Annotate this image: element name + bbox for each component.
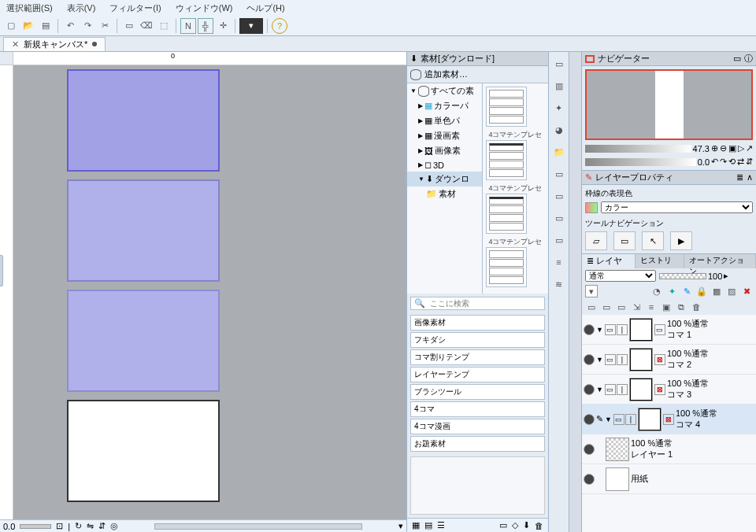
item-bank-icon[interactable]: ▭ [550,231,568,249]
menu-filter[interactable]: フィルター(I) [109,2,161,14]
list-detail-icon[interactable]: ☰ [437,520,445,530]
color-mode-select[interactable]: カラー [601,201,753,213]
info-dock-icon[interactable]: ▭ [550,209,568,227]
material-thumb-3[interactable] [486,194,527,234]
tag-brush-tool[interactable]: ブラシツール [410,384,545,400]
tag-image-material[interactable]: 画像素材 [410,315,545,331]
tag-4koma-manga[interactable]: 4コマ漫画 [410,419,545,434]
brush-size-icon[interactable]: ✦ [550,99,568,116]
layer-row-paper[interactable]: 用紙 [582,464,756,494]
material-prop-icon[interactable]: ◇ [512,520,518,530]
tree-image-material[interactable]: ▶🖼画像素 [407,143,482,158]
new-file-icon[interactable]: ▢ [3,18,19,34]
effect-icon[interactable]: ✖ [740,285,753,297]
visibility-icon[interactable] [584,474,595,485]
navigator-dock-icon[interactable]: ▭ [550,187,568,205]
guides-icon[interactable]: ✛ [215,18,231,34]
tree-color-pattern[interactable]: ▶▦カラーパ [407,98,482,113]
tab-autoaction[interactable]: オートアクション [684,254,756,268]
layer-color-icon[interactable]: ▾ [585,285,598,297]
paste-material-icon[interactable]: ▭ [499,520,507,530]
new-layer-icon[interactable]: ▭ [585,301,598,313]
list-small-icon[interactable]: ▤ [424,520,432,530]
zoom-slider[interactable] [20,524,51,529]
mirror-icon[interactable]: ⇄ [737,157,744,167]
arrow-icon[interactable]: ↗ [746,143,753,153]
fit-screen-icon[interactable]: ⊡ [56,521,63,531]
flip-v-icon[interactable]: ⇵ [98,521,106,531]
scroll-track[interactable] [154,523,362,530]
layer-folder-icon[interactable]: 📁 [550,143,568,161]
help-icon[interactable]: ? [272,18,287,34]
delete-icon[interactable]: ⌫ [139,18,154,34]
material-search[interactable]: 🔍 [410,297,545,310]
tool-nav-frame-icon[interactable]: ▭ [613,231,636,250]
tree-manga-material[interactable]: ▶▦漫画素 [407,128,482,143]
menu-select[interactable]: 選択範囲(S) [6,2,53,14]
search-input[interactable] [428,297,544,309]
tool-nav-object-icon[interactable]: ▱ [585,231,607,250]
blend-mode-select[interactable]: 通常 [585,270,656,282]
rotate-left-icon[interactable]: ↶ [711,157,718,167]
draft-icon[interactable]: ✎ [680,285,693,297]
clip-icon[interactable]: ◔ [650,285,663,297]
ref-icon[interactable]: ✦ [665,285,678,297]
zoom-in-icon[interactable]: ⊕ [711,143,718,153]
material-save-icon[interactable]: ⬇ [523,520,530,530]
color-wheel-icon[interactable]: ◕ [550,121,568,139]
panel-resize-grip[interactable] [0,255,3,286]
snap-icon[interactable]: N [180,18,196,34]
save-icon[interactable]: ▤ [38,18,54,34]
layer-prop-icon[interactable]: ▭ [550,165,568,183]
tag-4koma[interactable]: 4コマ [410,401,545,417]
material-thumb-1[interactable] [486,87,527,127]
zoom-slider-nav[interactable] [585,145,691,153]
zoom-out-icon[interactable]: ⊖ [720,143,727,153]
stack-prop-icon[interactable]: ≣ [736,172,743,183]
reset-rot-icon[interactable]: ⟲ [728,157,736,167]
document-tab[interactable]: ✕ 新規キャンバス* [3,37,106,51]
open-file-icon[interactable]: 📂 [20,18,36,34]
opacity-slider[interactable] [659,273,706,279]
close-tab-icon[interactable]: ✕ [12,39,19,50]
duplicate-icon[interactable]: ⧉ [675,301,687,313]
subtool-detail-icon[interactable]: ▥ [550,77,568,94]
material-thumb-2[interactable] [486,140,527,180]
layer-row-frame-2[interactable]: ▼ ▭| ⊠ 100 %通常コマ 2 [582,345,756,375]
mirror-v-icon[interactable]: ⇵ [746,157,753,167]
tree-3d[interactable]: ▶◻3D [407,158,482,172]
rotation-slider[interactable] [585,158,696,166]
merge-icon[interactable]: ≡ [645,301,658,313]
tag-frame-template[interactable]: コマ割りテンプ [410,349,545,365]
fit-icon[interactable]: ▣ [728,143,736,153]
tab-history[interactable]: ヒストリー [636,254,684,268]
tag-layer-template[interactable]: レイヤーテンプ [410,367,545,382]
flip-h-icon[interactable]: ⇋ [87,521,94,531]
tree-mono-pattern[interactable]: ▶▦単色パ [407,113,482,128]
stack-icon[interactable]: ≡ [550,253,568,271]
tool-nav-cut-icon[interactable]: ▶ [670,231,692,250]
subtool-icon[interactable]: ▭ [550,55,568,72]
visibility-icon[interactable] [584,324,595,335]
delete-layer-icon[interactable]: 🗑 [690,301,702,313]
info-panel-icon[interactable]: ⓘ [744,53,753,65]
quickaccess-icon[interactable]: ▭ [733,54,741,64]
transfer-icon[interactable]: ⇲ [630,301,643,313]
new-raster-icon[interactable]: ▭ [615,301,628,313]
view-menu-icon[interactable]: ▾ [398,521,403,531]
tab-layer[interactable]: ≣ レイヤー [582,254,636,268]
tree-download[interactable]: ▼⬇ダウンロ [407,172,482,187]
visibility-icon[interactable] [584,444,595,455]
visibility-icon[interactable] [584,384,595,395]
flip-icon[interactable]: ▷ [738,143,744,153]
tag-balloon[interactable]: フキダシ [410,332,545,348]
menu-view[interactable]: 表示(V) [67,2,96,14]
tree-material-folder[interactable]: 📁素材 [407,187,482,201]
select-all-icon[interactable]: ⬚ [156,18,172,34]
stack2-icon[interactable]: ≋ [550,275,568,293]
canvas-viewport[interactable] [13,65,406,519]
tool-nav-move-icon[interactable]: ↖ [642,231,664,250]
material-thumb-4[interactable] [486,247,527,287]
comic-frame-4[interactable] [67,400,220,502]
layer-row-frame-4[interactable]: ✎ ▼ ▭| ⊠ 100 %通常コマ 4 [582,405,756,434]
